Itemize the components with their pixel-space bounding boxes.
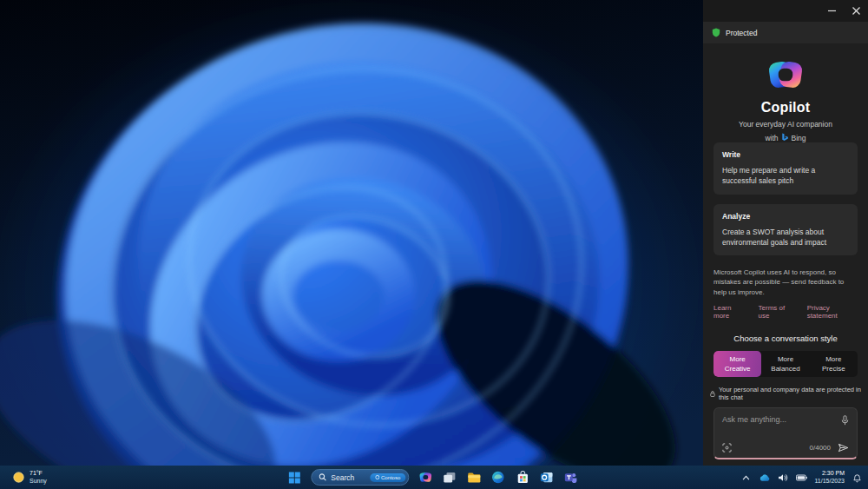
taskbar-teams[interactable] bbox=[562, 469, 579, 486]
copilot-logo-icon bbox=[766, 56, 805, 93]
taskbar-copilot[interactable] bbox=[417, 469, 433, 486]
tray-onedrive-button[interactable] bbox=[758, 469, 771, 486]
taskbar-task-view[interactable] bbox=[441, 469, 457, 486]
char-counter: 0/4000 bbox=[810, 444, 831, 452]
copilot-body: Copilot Your everyday AI companion with … bbox=[703, 43, 868, 466]
style-label-line1: More bbox=[778, 354, 793, 364]
chat-input[interactable]: Ask me anything... bbox=[713, 407, 858, 459]
search-badge-label: Contoso bbox=[381, 475, 400, 480]
close-icon bbox=[852, 7, 860, 15]
terms-of-use-link[interactable]: Terms of use bbox=[759, 304, 795, 320]
teams-icon bbox=[564, 471, 577, 484]
notification-bell-button[interactable] bbox=[851, 469, 863, 486]
search-label: Search bbox=[331, 473, 365, 482]
chat-input-placeholder: Ask me anything... bbox=[722, 415, 786, 424]
tray-volume-button[interactable] bbox=[777, 469, 789, 486]
style-more-creative[interactable]: More Creative bbox=[713, 351, 761, 377]
desktop: Protected Copilot bbox=[0, 0, 868, 489]
conversation-style-selector: More Creative More Balanced More Precise bbox=[713, 351, 858, 377]
taskbar-search[interactable]: Search Contoso bbox=[311, 469, 409, 486]
volume-icon bbox=[778, 473, 788, 482]
copilot-titlebar bbox=[703, 0, 868, 22]
chevron-up-icon bbox=[742, 475, 750, 480]
microphone-icon bbox=[841, 415, 849, 426]
weather-temp: 71°F bbox=[30, 470, 47, 477]
data-protection-note: Your personal and company data are prote… bbox=[703, 386, 868, 401]
tray-clock[interactable]: 2:30 PM 11/15/2023 bbox=[814, 470, 845, 485]
taskbar-outlook[interactable] bbox=[538, 469, 555, 486]
weather-widget[interactable]: 71°F Sunny bbox=[7, 466, 52, 489]
start-button[interactable] bbox=[286, 469, 303, 486]
protected-label: Protected bbox=[726, 29, 757, 37]
with-label: with bbox=[765, 134, 778, 142]
taskbar-edge[interactable] bbox=[490, 469, 506, 486]
copilot-panel: Protected Copilot bbox=[703, 0, 868, 466]
suggestion-card-analyze[interactable]: Analyze Create a SWOT analysis about env… bbox=[713, 204, 858, 256]
system-tray: 2:30 PM 11/15/2023 bbox=[740, 466, 863, 489]
style-label-line2: Creative bbox=[725, 364, 751, 373]
file-explorer-icon bbox=[467, 472, 481, 484]
tray-time: 2:30 PM bbox=[822, 470, 845, 477]
data-protection-text: Your personal and company data are prote… bbox=[719, 386, 861, 401]
screenshot-lens-icon bbox=[722, 443, 732, 453]
card-text: Create a SWOT analysis about environment… bbox=[722, 227, 849, 248]
ai-disclaimer: Microsoft Copilot uses AI to respond, so… bbox=[713, 268, 858, 297]
microphone-button[interactable] bbox=[841, 415, 849, 426]
card-title: Analyze bbox=[722, 212, 849, 221]
task-view-icon bbox=[443, 472, 456, 484]
windows-logo-icon bbox=[288, 472, 300, 484]
copilot-taskbar-icon bbox=[418, 471, 432, 484]
protected-badge[interactable]: Protected bbox=[703, 22, 868, 43]
style-label-line2: Precise bbox=[822, 364, 845, 373]
battery-icon bbox=[796, 474, 807, 481]
suggestion-card-write[interactable]: Write Help me prepare and write a succes… bbox=[713, 142, 858, 195]
taskbar-store[interactable] bbox=[514, 469, 530, 486]
taskbar-center: Search Contoso bbox=[286, 466, 579, 489]
send-icon bbox=[838, 443, 849, 453]
conversation-style-heading: Choose a conversation style bbox=[703, 334, 868, 343]
legal-links: Learn more Terms of use Privacy statemen… bbox=[713, 304, 858, 320]
store-icon bbox=[516, 471, 529, 484]
style-label-line2: Balanced bbox=[771, 364, 799, 373]
with-bing-row: with Bing bbox=[765, 133, 806, 142]
bing-icon bbox=[781, 133, 789, 142]
bell-icon bbox=[852, 472, 862, 483]
privacy-statement-link[interactable]: Privacy statement bbox=[807, 304, 858, 320]
minimize-icon bbox=[828, 7, 836, 15]
bing-label: Bing bbox=[792, 134, 806, 142]
tray-battery-button[interactable] bbox=[795, 469, 808, 486]
card-text: Help me prepare and write a successful s… bbox=[722, 165, 849, 187]
sun-icon bbox=[12, 471, 25, 484]
style-label-line1: More bbox=[730, 354, 746, 364]
onedrive-cloud-icon bbox=[759, 473, 771, 482]
copilot-title: Copilot bbox=[761, 100, 811, 116]
copilot-hero: Copilot Your everyday AI companion with … bbox=[703, 56, 868, 142]
lock-icon bbox=[710, 390, 715, 398]
close-button[interactable] bbox=[844, 0, 868, 22]
search-icon bbox=[319, 473, 326, 481]
tray-chevron-button[interactable] bbox=[740, 469, 752, 486]
weather-condition: Sunny bbox=[30, 478, 47, 485]
style-label-line1: More bbox=[825, 354, 841, 364]
screenshot-capture-button[interactable] bbox=[722, 443, 732, 453]
search-contoso-badge: Contoso bbox=[370, 473, 405, 482]
taskbar: 71°F Sunny Search Contoso bbox=[0, 466, 868, 489]
outlook-icon bbox=[540, 471, 553, 484]
minimize-button[interactable] bbox=[819, 0, 844, 22]
card-title: Write bbox=[722, 150, 849, 159]
shield-icon bbox=[712, 28, 720, 37]
copilot-subtitle: Your everyday AI companion bbox=[739, 120, 832, 129]
tray-date: 11/15/2023 bbox=[814, 478, 845, 485]
learn-more-link[interactable]: Learn more bbox=[713, 304, 746, 320]
style-more-balanced[interactable]: More Balanced bbox=[761, 351, 809, 377]
style-more-precise[interactable]: More Precise bbox=[810, 351, 858, 377]
taskbar-file-explorer[interactable] bbox=[465, 469, 482, 486]
contoso-logo-icon bbox=[375, 475, 379, 479]
edge-icon bbox=[491, 471, 504, 484]
send-button[interactable] bbox=[838, 443, 849, 453]
